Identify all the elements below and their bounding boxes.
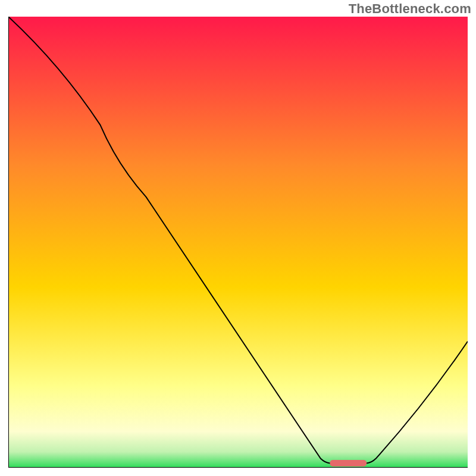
attribution-label: TheBottleneck.com [349,1,471,17]
optimal-range-marker [330,460,367,466]
chart-svg [8,17,468,468]
chart-container: TheBottleneck.com [0,0,476,476]
gradient-background [8,17,468,468]
chart-plot [8,17,468,468]
